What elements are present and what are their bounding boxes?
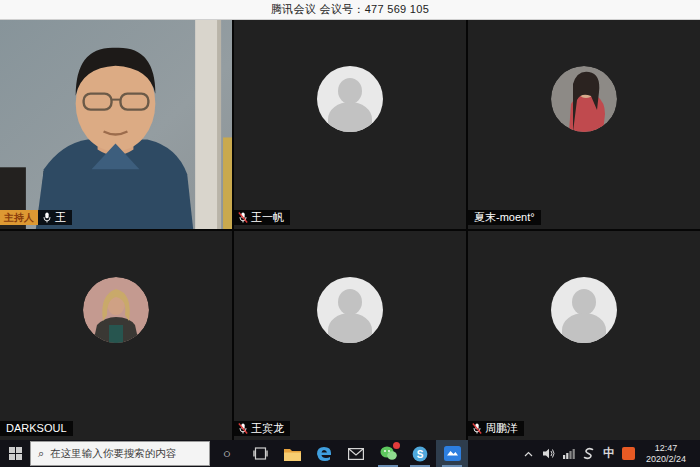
- windows-logo-icon: [9, 447, 22, 460]
- search-icon: ⌕: [38, 447, 44, 460]
- participant-name: 王宾龙: [251, 421, 284, 436]
- chevron-up-icon: [524, 451, 533, 457]
- participant-label: 主持人 王: [0, 210, 72, 225]
- edge-icon: [316, 446, 332, 462]
- system-tray: 中 12:47 2020/2/24: [520, 440, 700, 467]
- taskbar-search-input[interactable]: ⌕ 在这里输入你要搜索的内容: [30, 441, 210, 466]
- participant-name-chip: 王一帆: [234, 210, 290, 225]
- wps-tray-button[interactable]: [620, 440, 638, 467]
- wechat-button[interactable]: [372, 440, 404, 467]
- tencent-meeting-icon: [444, 446, 461, 461]
- avatar: [317, 277, 383, 343]
- avatar: [317, 66, 383, 132]
- participant-name: 王一帆: [251, 210, 284, 225]
- mic-muted-icon: [472, 422, 482, 435]
- file-explorer-button[interactable]: [276, 440, 308, 467]
- avatar: [551, 66, 617, 132]
- taskbar-spacer: [468, 440, 520, 467]
- skype-icon: S: [412, 446, 428, 462]
- mail-button[interactable]: [340, 440, 372, 467]
- wps-icon: [622, 447, 635, 460]
- skype-button[interactable]: S: [404, 440, 436, 467]
- avatar: [83, 277, 149, 343]
- participant-label: DARKSOUL: [0, 421, 73, 436]
- default-avatar-icon: [317, 66, 383, 132]
- clock-time: 12:47: [655, 443, 678, 454]
- avatar: [551, 277, 617, 343]
- video-tile-host[interactable]: 主持人 王: [0, 20, 232, 229]
- taskbar-clock[interactable]: 12:47 2020/2/24: [640, 443, 692, 465]
- network-button[interactable]: [560, 440, 578, 467]
- host-video-feed: [0, 20, 232, 229]
- video-grid: 主持人 王: [0, 20, 700, 440]
- search-placeholder: 在这里输入你要搜索的内容: [50, 447, 176, 461]
- task-view-button[interactable]: [244, 440, 276, 467]
- mail-icon: [348, 448, 364, 460]
- video-tile[interactable]: DARKSOUL: [0, 231, 232, 440]
- participant-label: 夏末-moent°: [468, 210, 541, 225]
- mic-muted-icon: [238, 422, 248, 435]
- svg-text:S: S: [417, 448, 424, 459]
- file-explorer-icon: [284, 447, 301, 461]
- edge-browser-button[interactable]: [308, 440, 340, 467]
- host-badge: 主持人: [0, 210, 38, 225]
- network-icon: [563, 448, 575, 459]
- clock-date: 2020/2/24: [646, 454, 686, 465]
- default-avatar-icon: [317, 277, 383, 343]
- mic-on-icon: [42, 211, 52, 224]
- default-avatar-icon: [551, 277, 617, 343]
- desktop-screen: 腾讯会议 会议号：477 569 105: [0, 0, 700, 467]
- participant-name-chip: DARKSOUL: [0, 421, 73, 436]
- task-view-icon: [253, 447, 268, 460]
- ime-language-indicator[interactable]: 中: [600, 440, 618, 467]
- video-tile[interactable]: 夏末-moent°: [468, 20, 700, 229]
- volume-button[interactable]: [540, 440, 558, 467]
- tencent-meeting-button[interactable]: [436, 440, 468, 467]
- participant-name-chip: 王: [38, 210, 72, 225]
- participant-name: 夏末-moent°: [474, 210, 535, 225]
- windows-taskbar: ⌕ 在这里输入你要搜索的内容 ○: [0, 440, 700, 467]
- cortana-button[interactable]: ○: [210, 440, 244, 467]
- video-tile[interactable]: 周鹏洋: [468, 231, 700, 440]
- cortana-icon: ○: [223, 446, 231, 461]
- participant-label: 王宾龙: [234, 421, 290, 436]
- mic-muted-icon: [238, 211, 248, 224]
- meeting-title: 腾讯会议 会议号：477 569 105: [271, 2, 429, 17]
- hidden-icons-button[interactable]: [520, 440, 538, 467]
- participant-name: 王: [55, 210, 66, 225]
- participant-label: 王一帆: [234, 210, 290, 225]
- sogou-input-button[interactable]: [580, 440, 598, 467]
- participant-name: DARKSOUL: [6, 421, 67, 436]
- notification-badge: [393, 442, 400, 449]
- meeting-titlebar: 腾讯会议 会议号：477 569 105: [0, 0, 700, 20]
- participant-name-chip: 夏末-moent°: [468, 210, 541, 225]
- profile-photo: [551, 66, 617, 132]
- speaker-icon: [543, 448, 555, 459]
- participant-label: 周鹏洋: [468, 421, 524, 436]
- ime-label: 中: [603, 445, 615, 462]
- video-tile[interactable]: 王宾龙: [234, 231, 466, 440]
- video-tile[interactable]: 王一帆: [234, 20, 466, 229]
- participant-name: 周鹏洋: [485, 421, 518, 436]
- participant-name-chip: 王宾龙: [234, 421, 290, 436]
- participant-name-chip: 周鹏洋: [468, 421, 524, 436]
- profile-photo: [83, 277, 149, 343]
- start-button[interactable]: [0, 440, 30, 467]
- sogou-input-icon: [582, 447, 595, 460]
